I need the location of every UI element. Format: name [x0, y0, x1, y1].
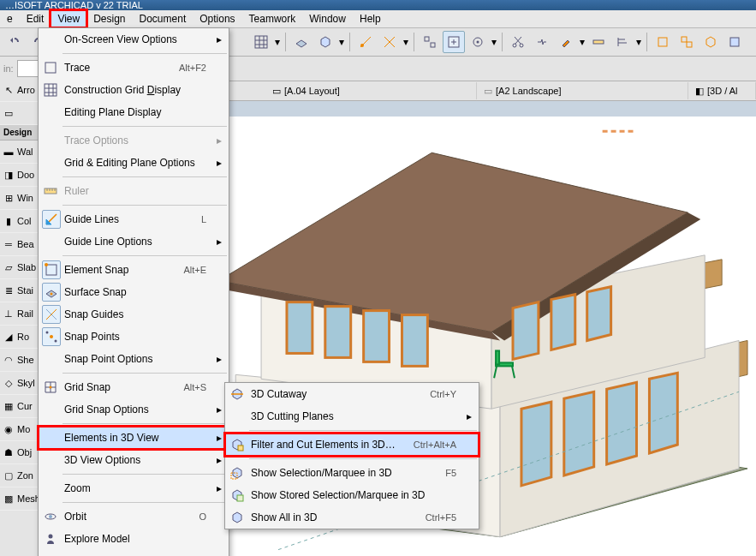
tab-layout[interactable]: ▭ [A.04 Layout]: [265, 82, 477, 99]
menu-item[interactable]: Surface Snap: [39, 281, 229, 303]
menu-item[interactable]: Zoom▸: [39, 477, 229, 499]
tool-wall[interactable]: ▬Wal: [0, 140, 39, 164]
dropdown-icon[interactable]: ▾: [274, 36, 281, 48]
tool-edit1-icon[interactable]: [652, 31, 674, 53]
menu-item[interactable]: Show Selection/Marquee in 3DF5: [225, 462, 479, 484]
menu-item[interactable]: Grid & Editing Plane Options▸: [39, 152, 229, 174]
tool-edit2-icon[interactable]: [676, 31, 698, 53]
menu-item-label: Trace: [64, 62, 90, 74]
menu-window[interactable]: Window: [302, 10, 353, 27]
tool-mesh[interactable]: ▩Mesh: [0, 487, 39, 511]
menu-item[interactable]: 3D Cutting Planes▸: [225, 405, 479, 427]
menu-item[interactable]: TraceAlt+F2: [39, 57, 229, 79]
tool-window[interactable]: ⊞Win: [0, 187, 39, 210]
menu-item[interactable]: OrbitO: [39, 505, 229, 528]
tool-arrow[interactable]: ↖Arro: [0, 79, 39, 102]
tool-beam[interactable]: ═Bea: [0, 233, 39, 256]
tool-edit4-icon[interactable]: [723, 31, 746, 53]
tool-align-icon[interactable]: [611, 31, 634, 53]
shortcut: F5: [445, 468, 456, 478]
dropdown-icon[interactable]: ▾: [402, 36, 409, 48]
menu-item[interactable]: Grid SnapAlt+S: [39, 376, 229, 398]
tool-slab[interactable]: ▱Slab: [0, 256, 39, 279]
tool-snap3-icon[interactable]: [467, 31, 489, 53]
tool-door[interactable]: ◨Doo: [0, 164, 39, 187]
svg-marker-40: [587, 287, 611, 341]
tab-landscape[interactable]: ▭ [A2 Landscape]: [477, 82, 688, 99]
tool-rail[interactable]: ⊥Rail: [0, 302, 39, 326]
menu-item[interactable]: 3D Navigation Extras▸: [39, 550, 229, 556]
menu-item[interactable]: Guide Line Options▸: [39, 230, 229, 253]
menu-item-label: Explore Model: [64, 533, 130, 545]
svg-point-51: [45, 263, 48, 266]
tool-curtain[interactable]: ▦Cur: [0, 395, 39, 418]
tool-marquee[interactable]: ▭: [0, 102, 39, 125]
menu-item[interactable]: Elements in 3D View▸: [39, 427, 229, 449]
shortcut: Alt+E: [183, 265, 206, 275]
svg-rect-37: [402, 315, 427, 367]
tool-measure-icon[interactable]: [587, 31, 610, 53]
tool-plane-icon[interactable]: [290, 31, 313, 53]
menu-item[interactable]: Show All in 3DCtrl+F5: [225, 506, 479, 529]
tool-morph[interactable]: ◉Mo: [0, 418, 39, 441]
tool-paint-icon[interactable]: [555, 31, 577, 53]
menu-item[interactable]: Grid Snap Options▸: [39, 398, 229, 421]
menu-item[interactable]: 3D CutawayCtrl+Y: [225, 383, 479, 405]
menu-item-label: Elements in 3D View: [64, 432, 159, 444]
separator: [63, 373, 227, 374]
tool-edit3-icon[interactable]: [699, 31, 722, 53]
tool-roof[interactable]: ◢Ro: [0, 326, 39, 349]
svg-point-1: [360, 44, 364, 47]
tool-object[interactable]: ☗Obj: [0, 441, 39, 464]
menu-item[interactable]: Explore Model: [39, 528, 229, 550]
tool-skylight[interactable]: ◇Skyl: [0, 372, 39, 395]
tool-stair[interactable]: ≣Stai: [0, 279, 39, 302]
menu-item[interactable]: Snap Point Options▸: [39, 348, 229, 370]
svg-point-52: [51, 293, 53, 296]
menu-help[interactable]: Help: [353, 10, 388, 27]
menu-view[interactable]: View: [51, 10, 86, 27]
menu-teamwork[interactable]: Teamwork: [242, 10, 303, 27]
menu-item: Ruler: [39, 180, 229, 202]
tool-shell[interactable]: ◠She: [0, 349, 39, 372]
menu-item[interactable]: 3D View Options▸: [39, 449, 229, 471]
svg-point-56: [50, 386, 52, 389]
submenu-arrow-icon: ▸: [217, 236, 222, 248]
tool-snap2-icon[interactable]: [443, 31, 465, 53]
menu-item[interactable]: Guide LinesL: [39, 208, 229, 230]
tool-column[interactable]: ▮Col: [0, 210, 39, 233]
tool-zone[interactable]: ▢Zon: [0, 464, 39, 487]
menu-item[interactable]: Snap Guides: [39, 303, 229, 326]
menu-document[interactable]: Document: [133, 10, 193, 27]
menu-edit[interactable]: Edit: [20, 10, 51, 27]
menu-item-label: 3D View Options: [64, 454, 140, 466]
menu-options[interactable]: Options: [193, 10, 241, 27]
tool-cube-icon[interactable]: [314, 31, 336, 53]
submenu-arrow-icon: ▸: [217, 454, 222, 466]
tool-break-icon[interactable]: [531, 31, 553, 53]
menu-file[interactable]: e: [0, 10, 20, 27]
menu-item[interactable]: On-Screen View Options▸: [39, 28, 229, 51]
menu-item[interactable]: Element SnapAlt+E: [39, 259, 229, 281]
tab-3d[interactable]: ◧ [3D / Al: [688, 82, 756, 99]
dropdown-icon[interactable]: ▾: [635, 36, 642, 48]
dropdown-icon[interactable]: ▾: [338, 36, 345, 48]
gs-icon: [42, 379, 59, 396]
tool-guide-icon[interactable]: [354, 31, 377, 53]
menu-item[interactable]: Show Stored Selection/Marquee in 3D: [225, 484, 479, 506]
tool-undo-icon[interactable]: [3, 31, 26, 53]
tool-snap1-icon[interactable]: [419, 31, 441, 53]
dropdown-icon[interactable]: ▾: [579, 36, 586, 48]
tool-guide2-icon[interactable]: [378, 31, 401, 53]
menu-item[interactable]: Filter and Cut Elements in 3D…Ctrl+Alt+A: [225, 433, 479, 456]
menu-item[interactable]: Construction Grid Display: [39, 79, 229, 101]
tool-grid-icon[interactable]: [250, 31, 272, 53]
tool-cut-icon[interactable]: [507, 31, 529, 53]
page-icon: ▭: [484, 86, 492, 97]
submenu-arrow-icon: ▸: [217, 135, 222, 146]
menu-item-label: Editing Plane Display: [64, 106, 161, 118]
menu-item[interactable]: Snap Points: [39, 326, 229, 348]
menu-item[interactable]: Editing Plane Display: [39, 101, 229, 123]
menu-design[interactable]: Design: [86, 10, 132, 27]
dropdown-icon[interactable]: ▾: [491, 36, 497, 48]
